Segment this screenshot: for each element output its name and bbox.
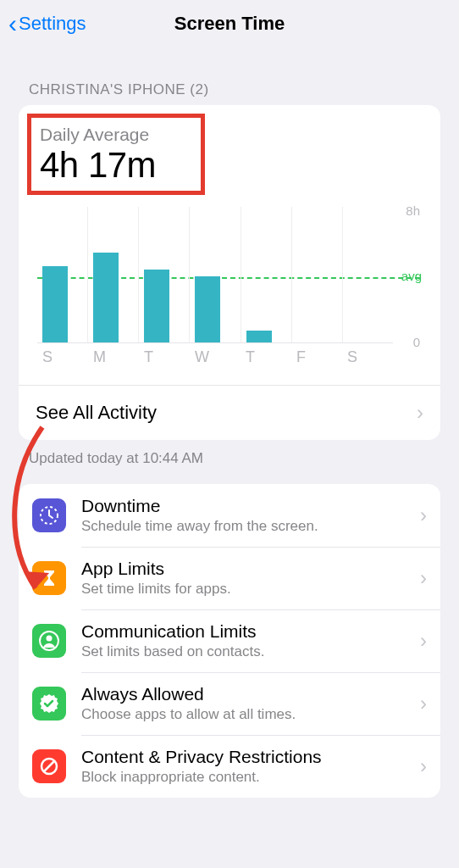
downtime-icon (32, 498, 66, 532)
row-subtitle: Set time limits for apps. (81, 581, 420, 598)
x-tick: T (241, 348, 291, 366)
bar (42, 266, 68, 342)
bar-cell (37, 207, 87, 342)
row-body: App LimitsSet time limits for apps. (81, 559, 420, 598)
no-sign-icon (32, 749, 66, 783)
x-tick: S (342, 348, 393, 366)
row-title: App Limits (81, 559, 420, 579)
x-tick: F (291, 348, 342, 366)
back-label: Settings (19, 13, 86, 35)
chevron-right-icon: › (420, 629, 427, 653)
row-body: Content & Privacy RestrictionsBlock inap… (81, 747, 420, 786)
chevron-right-icon: › (420, 566, 427, 590)
usage-card: Daily Average 4h 17m 8h 0 avg SMTWTFS Se… (19, 105, 440, 440)
row-body: DowntimeSchedule time away from the scre… (81, 496, 420, 535)
nav-header: ‹ Settings Screen Time (0, 0, 459, 47)
chevron-right-icon: › (420, 754, 427, 778)
avg-label: avg (401, 269, 422, 283)
chevron-right-icon: › (417, 401, 423, 425)
hourglass-icon (32, 561, 66, 595)
usage-chart: 8h 0 avg SMTWTFS (19, 198, 440, 378)
daily-average-value: 4h 17m (40, 145, 192, 186)
option-app-limits[interactable]: App LimitsSet time limits for apps.› (19, 547, 440, 609)
row-body: Communication LimitsSet limits based on … (81, 621, 420, 660)
option-content-privacy[interactable]: Content & Privacy RestrictionsBlock inap… (19, 735, 440, 798)
row-subtitle: Choose apps to allow at all times. (81, 706, 420, 723)
chevron-left-icon: ‹ (8, 11, 17, 36)
bar (195, 276, 220, 342)
row-title: Communication Limits (81, 621, 420, 642)
option-downtime[interactable]: DowntimeSchedule time away from the scre… (19, 484, 440, 547)
daily-average-label: Daily Average (40, 125, 192, 145)
row-title: Always Allowed (81, 684, 420, 704)
x-tick: S (37, 348, 88, 366)
option-always-allowed[interactable]: Always AllowedChoose apps to allow at al… (19, 672, 440, 735)
y-axis-min: 0 (413, 335, 420, 349)
bar-cell (189, 207, 240, 342)
bar-cell (241, 207, 291, 342)
bar (93, 253, 119, 342)
chevron-right-icon: › (420, 692, 427, 715)
chevron-right-icon: › (420, 504, 427, 527)
row-subtitle: Set limits based on contacts. (81, 643, 420, 660)
row-title: Content & Privacy Restrictions (81, 747, 420, 767)
x-tick: W (190, 348, 241, 366)
bar (246, 331, 272, 342)
device-section-header: CHRISTINA'S IPHONE (2) (0, 47, 459, 105)
x-tick: T (139, 348, 190, 366)
y-axis-max: 8h (406, 203, 420, 218)
row-title: Downtime (81, 496, 420, 516)
person-icon (32, 624, 66, 658)
updated-timestamp: Updated today at 10:44 AM (0, 440, 459, 484)
x-axis: SMTWTFS (37, 342, 393, 378)
row-body: Always AllowedChoose apps to allow at al… (81, 684, 420, 723)
option-communication-limits[interactable]: Communication LimitsSet limits based on … (19, 609, 440, 672)
bar (144, 270, 169, 342)
row-subtitle: Block inappropriate content. (81, 769, 420, 786)
svg-point-2 (47, 636, 53, 642)
bar-cell (291, 207, 342, 342)
check-badge-icon (32, 687, 66, 721)
x-tick: M (88, 348, 139, 366)
bar-cell (138, 207, 189, 342)
bar-cell (342, 207, 393, 342)
svg-line-4 (44, 761, 54, 771)
daily-average-highlight: Daily Average 4h 17m (27, 114, 205, 195)
options-list: DowntimeSchedule time away from the scre… (19, 484, 440, 798)
see-all-activity[interactable]: See All Activity › (19, 386, 440, 440)
see-all-label: See All Activity (36, 402, 157, 424)
back-button[interactable]: ‹ Settings (8, 11, 86, 36)
row-subtitle: Schedule time away from the screen. (81, 518, 420, 535)
bar-cell (87, 207, 138, 342)
